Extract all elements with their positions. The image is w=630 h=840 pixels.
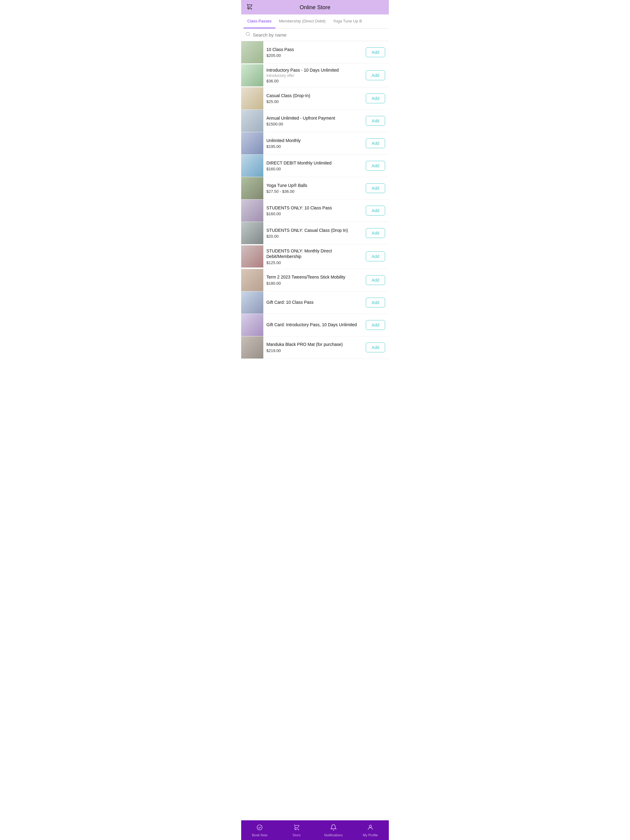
person-icon xyxy=(367,824,374,832)
product-info-12: Gift Card: 10 Class Pass xyxy=(263,296,366,309)
product-name-5: Unlimited Monthly xyxy=(266,138,362,143)
product-name-10: STUDENTS ONLY: Monthly Direct Debit/Memb… xyxy=(266,248,362,259)
add-button-5[interactable]: Add xyxy=(366,138,385,148)
add-button-8[interactable]: Add xyxy=(366,206,385,216)
add-button-13[interactable]: Add xyxy=(366,320,385,330)
store-cart-icon xyxy=(293,824,300,832)
header-cart-button[interactable] xyxy=(246,3,253,11)
tab-class-passes[interactable]: Class Passes xyxy=(244,14,275,28)
product-info-9: STUDENTS ONLY: Casual Class (Drop In)$20… xyxy=(263,224,366,242)
product-image-1 xyxy=(241,41,263,63)
nav-book-now-label: Book Now xyxy=(252,833,268,837)
add-button-10[interactable]: Add xyxy=(366,251,385,261)
product-item-3: Casual Class (Drop-In)$25.00Add xyxy=(241,87,389,110)
product-badge-2: Introductory offer xyxy=(266,74,362,78)
product-price-4: $1500.00 xyxy=(266,122,362,126)
product-image-12 xyxy=(241,292,263,314)
tab-membership[interactable]: Membership (Direct Debit) xyxy=(275,14,329,28)
product-price-7: $27.50 - $36.00 xyxy=(266,189,362,194)
product-name-8: STUDENTS ONLY: 10 Class Pass xyxy=(266,205,362,211)
nav-notifications-label: Notifications xyxy=(324,833,343,837)
add-button-9[interactable]: Add xyxy=(366,228,385,238)
product-image-14 xyxy=(241,336,263,358)
product-item-11: Term 2 2023 Tweens/Teens Stick Mobility$… xyxy=(241,269,389,292)
product-image-13 xyxy=(241,314,263,336)
app-header: Online Store xyxy=(241,0,389,14)
product-info-7: Yoga Tune Up® Balls$27.50 - $36.00 xyxy=(263,179,366,197)
nav-my-profile[interactable]: My Profile xyxy=(352,820,389,840)
search-icon xyxy=(245,32,250,38)
nav-book-now[interactable]: Book Now xyxy=(241,820,278,840)
product-image-6 xyxy=(241,155,263,177)
product-price-3: $25.00 xyxy=(266,99,362,104)
add-button-12[interactable]: Add xyxy=(366,298,385,308)
page-title: Online Store xyxy=(300,4,330,11)
product-image-3 xyxy=(241,87,263,109)
add-button-14[interactable]: Add xyxy=(366,343,385,352)
product-price-1: $205.00 xyxy=(266,53,362,58)
svg-point-0 xyxy=(246,32,250,36)
product-price-14: $219.00 xyxy=(266,348,362,353)
product-image-8 xyxy=(241,199,263,222)
add-button-6[interactable]: Add xyxy=(366,161,385,171)
product-name-3: Casual Class (Drop-In) xyxy=(266,93,362,98)
product-item-5: Unlimited Monthly$195.00Add xyxy=(241,132,389,155)
add-button-2[interactable]: Add xyxy=(366,70,385,80)
product-item-8: STUDENTS ONLY: 10 Class Pass$160.00Add xyxy=(241,199,389,222)
svg-point-1 xyxy=(257,825,263,830)
tab-yoga-tune[interactable]: Yoga Tune Up B xyxy=(329,14,366,28)
product-price-9: $20.00 xyxy=(266,234,362,238)
product-price-11: $180.00 xyxy=(266,281,362,286)
add-button-4[interactable]: Add xyxy=(366,116,385,126)
product-item-12: Gift Card: 10 Class PassAdd xyxy=(241,292,389,314)
product-name-6: DIRECT DEBIT Monthly Unlimited xyxy=(266,160,362,166)
search-input[interactable] xyxy=(253,32,385,38)
product-info-14: Manduka Black PRO Mat (for purchase)$219… xyxy=(263,338,366,356)
nav-store[interactable]: Store xyxy=(278,820,315,840)
product-info-6: DIRECT DEBIT Monthly Unlimited$160.00 xyxy=(263,156,366,175)
product-price-10: $125.00 xyxy=(266,261,362,265)
product-name-14: Manduka Black PRO Mat (for purchase) xyxy=(266,342,362,347)
nav-my-profile-label: My Profile xyxy=(363,833,378,837)
add-button-1[interactable]: Add xyxy=(366,47,385,57)
product-info-8: STUDENTS ONLY: 10 Class Pass$160.00 xyxy=(263,201,366,220)
add-button-7[interactable]: Add xyxy=(366,183,385,193)
product-item-10: STUDENTS ONLY: Monthly Direct Debit/Memb… xyxy=(241,245,389,269)
product-item-4: Annual Unlimited - Upfront Payment$1500.… xyxy=(241,110,389,132)
bottom-navigation: Book Now Store Notifications My Profile xyxy=(241,820,389,840)
nav-store-label: Store xyxy=(293,833,301,837)
product-item-6: DIRECT DEBIT Monthly Unlimited$160.00Add xyxy=(241,155,389,177)
product-price-2: $36.00 xyxy=(266,79,362,83)
svg-point-2 xyxy=(369,825,371,827)
product-name-7: Yoga Tune Up® Balls xyxy=(266,183,362,188)
product-image-2 xyxy=(241,64,263,87)
add-button-11[interactable]: Add xyxy=(366,275,385,285)
product-name-1: 10 Class Pass xyxy=(266,47,362,52)
add-button-3[interactable]: Add xyxy=(366,93,385,103)
product-price-8: $160.00 xyxy=(266,212,362,216)
product-info-13: Gift Card: Introductory Pass, 10 Days Un… xyxy=(263,318,366,331)
product-name-13: Gift Card: Introductory Pass, 10 Days Un… xyxy=(266,322,362,327)
product-item-9: STUDENTS ONLY: Casual Class (Drop In)$20… xyxy=(241,222,389,245)
product-image-10 xyxy=(241,245,263,267)
search-bar xyxy=(241,28,389,41)
product-item-1: 10 Class Pass$205.00Add xyxy=(241,41,389,64)
product-item-7: Yoga Tune Up® Balls$27.50 - $36.00Add xyxy=(241,177,389,199)
product-info-5: Unlimited Monthly$195.00 xyxy=(263,134,366,153)
product-name-9: STUDENTS ONLY: Casual Class (Drop In) xyxy=(266,227,362,233)
product-image-9 xyxy=(241,222,263,244)
product-image-5 xyxy=(241,132,263,154)
nav-notifications[interactable]: Notifications xyxy=(315,820,352,840)
product-image-7 xyxy=(241,177,263,199)
product-item-14: Manduka Black PRO Mat (for purchase)$219… xyxy=(241,336,389,359)
product-name-4: Annual Unlimited - Upfront Payment xyxy=(266,115,362,121)
product-info-1: 10 Class Pass$205.00 xyxy=(263,43,366,62)
category-tabs: Class Passes Membership (Direct Debit) Y… xyxy=(241,14,389,28)
bell-icon xyxy=(330,824,337,832)
product-price-5: $195.00 xyxy=(266,144,362,149)
product-info-3: Casual Class (Drop-In)$25.00 xyxy=(263,89,366,107)
product-item-13: Gift Card: Introductory Pass, 10 Days Un… xyxy=(241,314,389,336)
product-image-11 xyxy=(241,269,263,291)
product-info-2: Introductory Pass - 10 Days UnlimitedInt… xyxy=(263,64,366,87)
product-list: 10 Class Pass$205.00AddIntroductory Pass… xyxy=(241,41,389,384)
